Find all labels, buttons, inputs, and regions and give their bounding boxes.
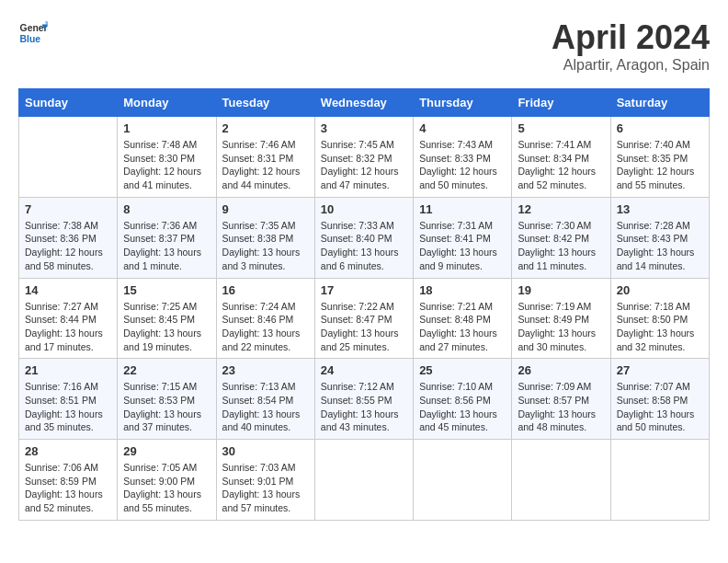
calendar-cell — [414, 440, 512, 521]
day-number: 16 — [222, 283, 309, 297]
day-number: 24 — [321, 363, 407, 377]
calendar-cell: 5Sunrise: 7:41 AM Sunset: 8:34 PM Daylig… — [512, 117, 610, 198]
day-number: 29 — [123, 444, 210, 458]
day-number: 13 — [617, 202, 703, 216]
week-row-4: 21Sunrise: 7:16 AM Sunset: 8:51 PM Dayli… — [19, 359, 710, 440]
day-number: 1 — [123, 121, 210, 135]
day-number: 19 — [518, 283, 604, 297]
day-number: 10 — [321, 202, 407, 216]
day-info: Sunrise: 7:41 AM Sunset: 8:34 PM Dayligh… — [518, 138, 604, 192]
day-info: Sunrise: 7:16 AM Sunset: 8:51 PM Dayligh… — [25, 380, 111, 434]
calendar-cell — [512, 440, 610, 521]
calendar-cell: 16Sunrise: 7:24 AM Sunset: 8:46 PM Dayli… — [216, 278, 314, 359]
day-number: 11 — [419, 202, 506, 216]
week-row-1: 1Sunrise: 7:48 AM Sunset: 8:30 PM Daylig… — [19, 117, 710, 198]
day-info: Sunrise: 7:46 AM Sunset: 8:31 PM Dayligh… — [222, 138, 309, 192]
calendar-cell: 1Sunrise: 7:48 AM Sunset: 8:30 PM Daylig… — [118, 117, 216, 198]
col-header-friday: Friday — [512, 89, 610, 117]
calendar-cell: 29Sunrise: 7:05 AM Sunset: 9:00 PM Dayli… — [118, 440, 216, 521]
day-info: Sunrise: 7:24 AM Sunset: 8:46 PM Dayligh… — [222, 300, 309, 354]
day-number: 25 — [419, 363, 506, 377]
day-number: 8 — [123, 202, 210, 216]
day-info: Sunrise: 7:22 AM Sunset: 8:47 PM Dayligh… — [321, 300, 407, 354]
day-info: Sunrise: 7:38 AM Sunset: 8:36 PM Dayligh… — [25, 219, 111, 273]
day-number: 21 — [25, 363, 111, 377]
calendar-cell: 7Sunrise: 7:38 AM Sunset: 8:36 PM Daylig… — [19, 197, 118, 278]
day-number: 27 — [617, 363, 703, 377]
day-info: Sunrise: 7:40 AM Sunset: 8:35 PM Dayligh… — [617, 138, 703, 192]
day-number: 4 — [419, 121, 506, 135]
calendar-cell: 17Sunrise: 7:22 AM Sunset: 8:47 PM Dayli… — [314, 278, 413, 359]
day-number: 12 — [518, 202, 604, 216]
calendar-cell: 11Sunrise: 7:31 AM Sunset: 8:41 PM Dayli… — [414, 197, 512, 278]
day-info: Sunrise: 7:28 AM Sunset: 8:43 PM Dayligh… — [617, 219, 703, 273]
day-info: Sunrise: 7:45 AM Sunset: 8:32 PM Dayligh… — [321, 138, 407, 192]
day-number: 22 — [123, 363, 210, 377]
day-info: Sunrise: 7:35 AM Sunset: 8:38 PM Dayligh… — [222, 219, 309, 273]
calendar-cell: 10Sunrise: 7:33 AM Sunset: 8:40 PM Dayli… — [314, 197, 413, 278]
calendar-cell: 2Sunrise: 7:46 AM Sunset: 8:31 PM Daylig… — [216, 117, 314, 198]
day-info: Sunrise: 7:09 AM Sunset: 8:57 PM Dayligh… — [518, 380, 604, 434]
week-row-2: 7Sunrise: 7:38 AM Sunset: 8:36 PM Daylig… — [19, 197, 710, 278]
day-number: 26 — [518, 363, 604, 377]
day-info: Sunrise: 7:10 AM Sunset: 8:56 PM Dayligh… — [419, 380, 506, 434]
day-info: Sunrise: 7:48 AM Sunset: 8:30 PM Dayligh… — [123, 138, 210, 192]
calendar-cell: 20Sunrise: 7:18 AM Sunset: 8:50 PM Dayli… — [610, 278, 709, 359]
calendar-cell: 21Sunrise: 7:16 AM Sunset: 8:51 PM Dayli… — [19, 359, 118, 440]
calendar-table: SundayMondayTuesdayWednesdayThursdayFrid… — [18, 88, 710, 521]
day-info: Sunrise: 7:06 AM Sunset: 8:59 PM Dayligh… — [25, 461, 111, 515]
day-number: 30 — [222, 444, 309, 458]
svg-text:Blue: Blue — [20, 34, 41, 44]
col-header-monday: Monday — [118, 89, 216, 117]
day-number: 15 — [123, 283, 210, 297]
calendar-cell: 27Sunrise: 7:07 AM Sunset: 8:58 PM Dayli… — [610, 359, 709, 440]
calendar-cell: 13Sunrise: 7:28 AM Sunset: 8:43 PM Dayli… — [610, 197, 709, 278]
day-info: Sunrise: 7:33 AM Sunset: 8:40 PM Dayligh… — [321, 219, 407, 273]
calendar-cell: 30Sunrise: 7:03 AM Sunset: 9:01 PM Dayli… — [216, 440, 314, 521]
day-info: Sunrise: 7:05 AM Sunset: 9:00 PM Dayligh… — [123, 461, 210, 515]
week-row-5: 28Sunrise: 7:06 AM Sunset: 8:59 PM Dayli… — [19, 440, 710, 521]
day-info: Sunrise: 7:25 AM Sunset: 8:45 PM Dayligh… — [123, 300, 210, 354]
day-info: Sunrise: 7:30 AM Sunset: 8:42 PM Dayligh… — [518, 219, 604, 273]
day-info: Sunrise: 7:27 AM Sunset: 8:44 PM Dayligh… — [25, 300, 111, 354]
calendar-cell: 4Sunrise: 7:43 AM Sunset: 8:33 PM Daylig… — [414, 117, 512, 198]
page-header: General Blue April 2024 Alpartir, Aragon… — [18, 18, 710, 74]
logo: General Blue — [18, 18, 48, 48]
calendar-cell: 6Sunrise: 7:40 AM Sunset: 8:35 PM Daylig… — [610, 117, 709, 198]
day-number: 5 — [518, 121, 604, 135]
day-number: 23 — [222, 363, 309, 377]
day-info: Sunrise: 7:07 AM Sunset: 8:58 PM Dayligh… — [617, 380, 703, 434]
col-header-sunday: Sunday — [19, 89, 118, 117]
day-number: 2 — [222, 121, 309, 135]
calendar-cell: 9Sunrise: 7:35 AM Sunset: 8:38 PM Daylig… — [216, 197, 314, 278]
day-number: 17 — [321, 283, 407, 297]
calendar-cell: 24Sunrise: 7:12 AM Sunset: 8:55 PM Dayli… — [314, 359, 413, 440]
calendar-cell — [610, 440, 709, 521]
calendar-cell: 22Sunrise: 7:15 AM Sunset: 8:53 PM Dayli… — [118, 359, 216, 440]
day-info: Sunrise: 7:19 AM Sunset: 8:49 PM Dayligh… — [518, 300, 604, 354]
day-number: 3 — [321, 121, 407, 135]
day-number: 7 — [25, 202, 111, 216]
calendar-cell — [314, 440, 413, 521]
col-header-saturday: Saturday — [610, 89, 709, 117]
day-info: Sunrise: 7:31 AM Sunset: 8:41 PM Dayligh… — [419, 219, 506, 273]
calendar-cell: 25Sunrise: 7:10 AM Sunset: 8:56 PM Dayli… — [414, 359, 512, 440]
calendar-cell: 23Sunrise: 7:13 AM Sunset: 8:54 PM Dayli… — [216, 359, 314, 440]
calendar-cell — [19, 117, 118, 198]
title-block: April 2024 Alpartir, Aragon, Spain — [552, 18, 710, 74]
day-info: Sunrise: 7:21 AM Sunset: 8:48 PM Dayligh… — [419, 300, 506, 354]
day-info: Sunrise: 7:43 AM Sunset: 8:33 PM Dayligh… — [419, 138, 506, 192]
calendar-cell: 8Sunrise: 7:36 AM Sunset: 8:37 PM Daylig… — [118, 197, 216, 278]
calendar-cell: 15Sunrise: 7:25 AM Sunset: 8:45 PM Dayli… — [118, 278, 216, 359]
col-header-wednesday: Wednesday — [314, 89, 413, 117]
calendar-cell: 3Sunrise: 7:45 AM Sunset: 8:32 PM Daylig… — [314, 117, 413, 198]
month-title: April 2024 — [552, 18, 710, 57]
calendar-cell: 26Sunrise: 7:09 AM Sunset: 8:57 PM Dayli… — [512, 359, 610, 440]
calendar-cell: 12Sunrise: 7:30 AM Sunset: 8:42 PM Dayli… — [512, 197, 610, 278]
day-number: 18 — [419, 283, 506, 297]
day-info: Sunrise: 7:15 AM Sunset: 8:53 PM Dayligh… — [123, 380, 210, 434]
day-number: 14 — [25, 283, 111, 297]
calendar-cell: 19Sunrise: 7:19 AM Sunset: 8:49 PM Dayli… — [512, 278, 610, 359]
day-info: Sunrise: 7:36 AM Sunset: 8:37 PM Dayligh… — [123, 219, 210, 273]
calendar-cell: 14Sunrise: 7:27 AM Sunset: 8:44 PM Dayli… — [19, 278, 118, 359]
